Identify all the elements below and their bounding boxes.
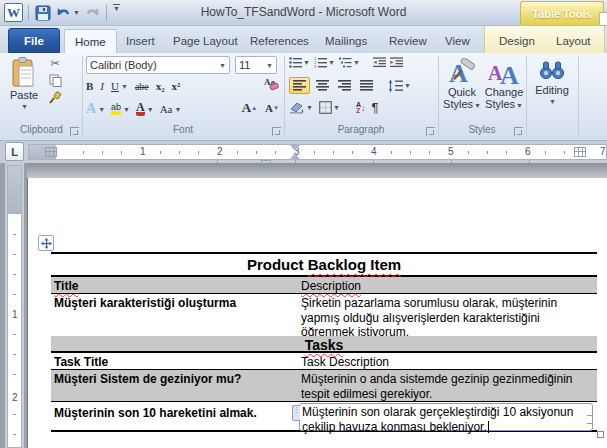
change-case-caret[interactable]: ▼ (174, 106, 181, 113)
copy-button[interactable] (48, 74, 62, 87)
numbering-button[interactable]: 1 2 3 ▼ (314, 57, 335, 68)
paragraph-dialog-launcher[interactable] (426, 127, 435, 136)
task-1-title: Müşteri Sistem de geziniyor mu? (51, 370, 297, 401)
tab-view[interactable]: View (435, 29, 480, 53)
group-font: Calibri (Body) ▼ 11 ▼ B I U ▼ abe x₂ x² … (83, 54, 283, 138)
justify-button[interactable] (357, 78, 376, 93)
tab-page-layout[interactable]: Page Layout (163, 29, 248, 53)
pbi-table[interactable]: Product Backlog Item Title Description M… (51, 252, 597, 432)
quick-styles-caret[interactable]: ▼ (474, 102, 481, 109)
align-left-button[interactable] (289, 77, 310, 94)
vertical-ruler[interactable]: 1 2 (5, 163, 24, 448)
multilevel-list-caret[interactable]: ▼ (353, 59, 360, 66)
tab-home[interactable]: Home (64, 29, 117, 53)
hanging-indent-marker[interactable] (290, 153, 300, 159)
content-control-handle[interactable]: ⋮⋮ (292, 405, 300, 421)
borders-caret[interactable]: ▼ (333, 104, 340, 111)
tasks-header-row[interactable]: Task Title Task Description (51, 353, 597, 370)
horizontal-ruler[interactable]: 1 2 3 4 5 6 7 (28, 144, 607, 160)
paste-button[interactable]: Paste ▼ (6, 57, 42, 113)
table-column-marker[interactable] (45, 147, 57, 157)
tab-insert[interactable]: Insert (116, 29, 165, 53)
shading-caret[interactable]: ▼ (306, 104, 313, 111)
change-styles-label-1: Change (485, 86, 524, 98)
change-case-button[interactable]: Aa (160, 103, 173, 115)
task-row[interactable]: Müşterinin son 10 hareketini almak. ⋮⋮ M… (51, 402, 597, 432)
tab-references[interactable]: References (240, 29, 319, 53)
sort-button[interactable]: AZ ↓ (356, 102, 366, 114)
cut-button[interactable]: ✂ (48, 57, 62, 70)
tasks-header-title: Task Title (51, 353, 297, 369)
bold-button[interactable]: B (86, 80, 93, 92)
tab-review[interactable]: Review (379, 29, 437, 53)
font-name-combo[interactable]: Calibri (Body) ▼ (86, 56, 230, 74)
first-line-indent-marker[interactable] (290, 145, 300, 151)
font-color-button[interactable]: A (136, 102, 145, 116)
shading-button[interactable]: ▼ (289, 101, 313, 114)
table-resize-handle[interactable] (597, 431, 604, 438)
italic-button[interactable]: I (100, 80, 104, 92)
task-row[interactable]: Müşteri Sistem de geziniyor mu? Müşterin… (51, 370, 597, 402)
styles-dialog-launcher[interactable] (514, 127, 523, 136)
highlight-caret[interactable]: ▼ (123, 106, 130, 113)
paste-dropdown-caret[interactable]: ▼ (21, 101, 28, 113)
bullets-button[interactable]: ▼ (289, 57, 310, 68)
editing-caret[interactable]: ▼ (549, 96, 556, 108)
clear-formatting-button[interactable]: Aa (263, 76, 279, 91)
editing-button[interactable]: Editing ▼ (530, 60, 574, 108)
ruler-number: 5 (448, 146, 454, 157)
document-page[interactable]: Product Backlog Item Title Description M… (27, 178, 607, 448)
tab-file[interactable]: File (8, 28, 60, 53)
font-size-caret[interactable]: ▼ (266, 62, 273, 69)
decrease-indent-button[interactable] (373, 57, 386, 68)
line-spacing-button[interactable]: ▼ (388, 80, 411, 92)
grow-font-button[interactable]: A▲ (242, 100, 257, 116)
copy-icon (49, 74, 62, 87)
pbi-heading-row[interactable]: Product Backlog Item (51, 252, 597, 277)
pbi-data-row[interactable]: Müşteri karakteristiği oluşturma Şirketi… (51, 294, 597, 336)
text-effects-caret[interactable]: ▼ (98, 106, 105, 113)
font-color-caret[interactable]: ▼ (147, 106, 154, 113)
tab-layout[interactable]: Layout (546, 29, 601, 53)
pbi-header-row[interactable]: Title Description (51, 277, 597, 294)
ribbon-tab-row: File Home Insert Page Layout References … (0, 26, 607, 53)
subscript-button[interactable]: x₂ (156, 80, 165, 92)
page-gap-strip[interactable] (27, 163, 607, 178)
font-name-caret[interactable]: ▼ (219, 62, 226, 69)
increase-indent-button[interactable] (390, 57, 403, 68)
multilevel-list-button[interactable]: ▼ (339, 57, 360, 68)
change-styles-caret[interactable]: ▼ (516, 102, 523, 109)
table-column-marker[interactable] (574, 147, 586, 157)
quick-styles-button[interactable]: A Quick Styles▼ (441, 58, 483, 112)
text-effects-button[interactable]: A (86, 101, 96, 117)
tab-design[interactable]: Design (489, 29, 545, 53)
font-size-combo[interactable]: 11 ▼ (235, 56, 277, 74)
paragraph-group-label: Paragraph (285, 124, 437, 137)
underline-button[interactable]: U (111, 80, 119, 92)
tab-mailings[interactable]: Mailings (315, 29, 377, 53)
table-move-handle[interactable] (38, 235, 54, 251)
format-painter-button[interactable] (48, 91, 62, 105)
tasks-heading-row[interactable]: Tasks (51, 336, 597, 353)
clipboard-dialog-launcher[interactable] (70, 127, 79, 136)
line-spacing-caret[interactable]: ▼ (404, 82, 411, 89)
font-dialog-launcher[interactable] (272, 127, 281, 136)
task-2-description-cell[interactable]: ⋮⋮ Müşterinin son olarak gerçekleştirdiğ… (297, 402, 597, 430)
change-styles-button[interactable]: A A Change Styles▼ (483, 58, 525, 112)
quick-styles-label-1: Quick (448, 86, 476, 98)
tab-selector[interactable]: L (5, 142, 24, 161)
window-control-partial[interactable] (599, 12, 607, 26)
numbering-caret[interactable]: ▼ (328, 59, 335, 66)
superscript-button[interactable]: x² (172, 80, 181, 92)
bullets-caret[interactable]: ▼ (303, 59, 310, 66)
strikethrough-button[interactable]: abe (135, 81, 149, 92)
highlight-button[interactable]: ab (111, 103, 121, 115)
ruler-number: 6 (525, 146, 531, 157)
align-center-button[interactable] (313, 78, 332, 93)
content-control[interactable]: ⋮⋮ Müşterinin son olarak gerçekleştirdiğ… (299, 403, 593, 431)
shrink-font-button[interactable]: A▼ (265, 102, 279, 114)
show-hide-pilcrow-button[interactable]: ¶ (371, 100, 378, 115)
underline-caret[interactable]: ▼ (121, 83, 128, 90)
align-right-button[interactable] (335, 78, 354, 93)
borders-button[interactable]: ▼ (319, 101, 340, 114)
